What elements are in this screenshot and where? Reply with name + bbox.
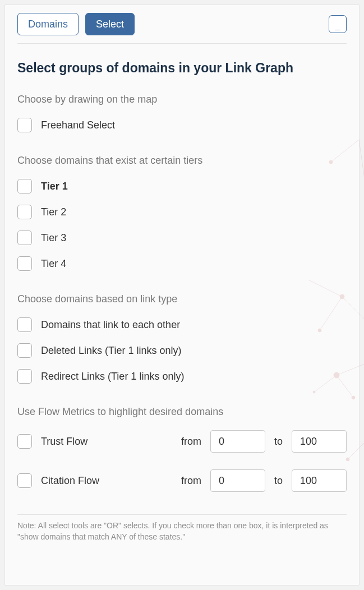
section-flow-label: Use Flow Metrics to highlight desired do… [17, 406, 347, 418]
section-flow-metrics: Use Flow Metrics to highlight desired do… [17, 406, 347, 492]
label-freehand-select: Freehand Select [41, 119, 115, 131]
citation-flow-to-input[interactable] [292, 469, 347, 492]
label-trust-flow: Trust Flow [41, 436, 172, 448]
label-tier-4: Tier 4 [41, 258, 66, 270]
row-redirect-links: Redirect Links (Tier 1 links only) [17, 369, 347, 384]
section-tiers-label: Choose domains that exist at certain tie… [17, 155, 347, 167]
svg-line-14 [348, 442, 364, 459]
tab-group: Domains Select [17, 13, 135, 35]
row-freehand-select: Freehand Select [17, 118, 347, 132]
row-tier-1: Tier 1 [17, 179, 347, 193]
label-tier-3: Tier 3 [41, 232, 66, 244]
section-draw: Choose by drawing on the map Freehand Se… [17, 94, 347, 132]
checkbox-redirect-links[interactable] [17, 369, 32, 384]
label-citation-flow: Citation Flow [41, 475, 172, 487]
tab-domains[interactable]: Domains [17, 13, 79, 35]
row-link-each-other: Domains that link to each other [17, 317, 347, 332]
trust-flow-to-input[interactable] [292, 430, 347, 453]
panel-header: Domains Select _ [17, 13, 347, 35]
checkbox-link-each-other[interactable] [17, 317, 32, 332]
row-tier-2: Tier 2 [17, 205, 347, 219]
citation-flow-from-label: from [181, 475, 201, 487]
checkbox-tier-4[interactable] [17, 256, 32, 271]
row-citation-flow: Citation Flow from to [17, 469, 347, 492]
trust-flow-from-input[interactable] [210, 430, 265, 453]
tab-select[interactable]: Select [85, 13, 135, 35]
trust-flow-to-label: to [274, 436, 283, 448]
section-link-type: Choose domains based on link type Domain… [17, 293, 347, 384]
checkbox-tier-3[interactable] [17, 231, 32, 245]
checkbox-freehand-select[interactable] [17, 118, 32, 132]
footer-divider [17, 514, 347, 515]
footer-note: Note: All select tools are "OR" selects.… [17, 520, 347, 542]
label-deleted-links: Deleted Links (Tier 1 links only) [41, 345, 181, 357]
citation-flow-from-input[interactable] [210, 469, 265, 492]
row-deleted-links: Deleted Links (Tier 1 links only) [17, 343, 347, 358]
label-tier-2: Tier 2 [41, 206, 66, 218]
select-panel: Domains Select _ Select groups of domain… [4, 4, 360, 586]
row-trust-flow: Trust Flow from to [17, 430, 347, 453]
checkbox-trust-flow[interactable] [17, 434, 32, 449]
row-tier-3: Tier 3 [17, 231, 347, 245]
citation-flow-to-label: to [274, 475, 283, 487]
checkbox-citation-flow[interactable] [17, 473, 32, 488]
label-tier-1: Tier 1 [41, 181, 68, 192]
checkbox-tier-2[interactable] [17, 205, 32, 219]
section-tiers: Choose domains that exist at certain tie… [17, 155, 347, 271]
trust-flow-from-label: from [181, 436, 201, 448]
row-tier-4: Tier 4 [17, 256, 347, 271]
label-redirect-links: Redirect Links (Tier 1 links only) [41, 371, 184, 382]
section-link-type-label: Choose domains based on link type [17, 293, 347, 305]
label-link-each-other: Domains that link to each other [41, 319, 180, 331]
page-title: Select groups of domains in your Link Gr… [17, 61, 347, 76]
collapse-button[interactable]: _ [329, 15, 347, 33]
footer-note-section: Note: All select tools are "OR" selects.… [17, 514, 347, 542]
section-draw-label: Choose by drawing on the map [17, 94, 347, 105]
checkbox-tier-1[interactable] [17, 179, 32, 193]
svg-line-2 [359, 140, 364, 179]
svg-point-11 [352, 396, 355, 399]
checkbox-deleted-links[interactable] [17, 343, 32, 358]
divider [17, 43, 347, 44]
